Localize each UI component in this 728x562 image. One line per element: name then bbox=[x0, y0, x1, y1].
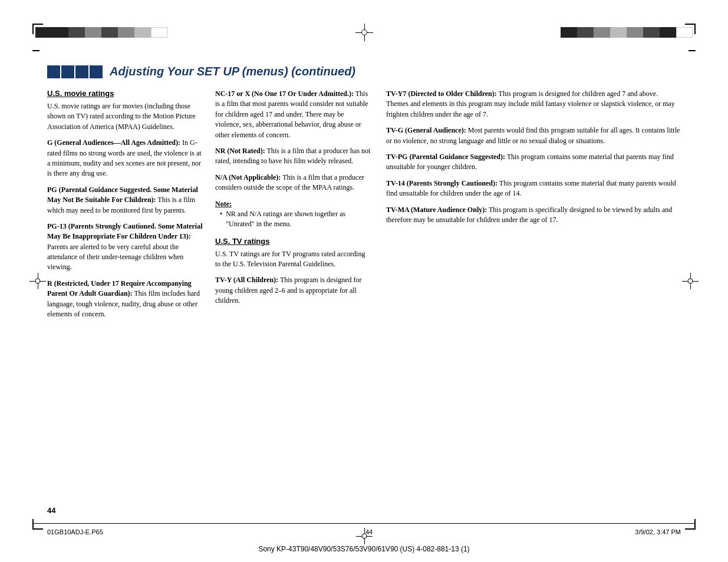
title-block-1 bbox=[47, 65, 60, 78]
rating-tvy7: TV-Y7 (Directed to Older Children): This… bbox=[386, 89, 681, 120]
corner-br bbox=[685, 519, 696, 530]
rating-tvg: TV-G (General Audience): Most parents wo… bbox=[386, 125, 681, 146]
title-block-3 bbox=[75, 65, 88, 78]
note-section: Note: • NR and N/A ratings are shown tog… bbox=[215, 199, 371, 230]
rating-r: R (Restricted, Under 17 Require Accompan… bbox=[47, 279, 203, 320]
rating-tv14-heading: TV-14 (Parents Strongly Cautioned): bbox=[386, 179, 498, 187]
rating-tvy-heading: TV-Y (All Children): bbox=[215, 276, 278, 284]
rating-pg: PG (Parental Guidance Suggested. Some Ma… bbox=[47, 185, 203, 216]
title-block-2 bbox=[61, 65, 74, 78]
bar-seg bbox=[577, 27, 594, 38]
bar-seg bbox=[594, 27, 610, 38]
rating-tvy7-heading: TV-Y7 (Directed to Older Children): bbox=[386, 90, 497, 98]
rating-tv14: TV-14 (Parents Strongly Cautioned): This… bbox=[386, 178, 681, 199]
bar-group-left bbox=[35, 27, 167, 38]
bar-seg bbox=[134, 27, 151, 38]
title-blocks bbox=[47, 65, 103, 78]
right-column: TV-Y7 (Directed to Older Children): This… bbox=[383, 89, 681, 325]
rating-nc17: NC-17 or X (No One 17 Or Under Admitted.… bbox=[215, 89, 371, 140]
rating-tvpg-heading: TV-PG (Parental Guidance Suggested): bbox=[386, 153, 505, 161]
bar-seg bbox=[660, 27, 676, 38]
bar-group-right bbox=[561, 27, 693, 38]
main-content: Adjusting Your SET UP (menus) (continued… bbox=[47, 65, 681, 503]
tv-intro: U.S. TV ratings are for TV programs rate… bbox=[215, 249, 371, 270]
page-container: Adjusting Your SET UP (menus) (continued… bbox=[0, 0, 728, 562]
bar-seg bbox=[610, 27, 627, 38]
rating-tvma-heading: TV-MA (Mature Audience Only): bbox=[386, 206, 487, 214]
bar-seg bbox=[643, 27, 660, 38]
top-bar bbox=[0, 24, 728, 41]
page-title: Adjusting Your SET UP (menus) (continued… bbox=[110, 65, 355, 78]
rating-nc17-heading: NC-17 or X (No One 17 Or Under Admitted.… bbox=[215, 90, 354, 98]
rating-pg13: PG-13 (Parents Strongly Cautioned. Some … bbox=[47, 222, 203, 273]
rating-tvy: TV-Y (All Children): This program is des… bbox=[215, 275, 371, 306]
note-text: NR and N/A ratings are shown together as… bbox=[226, 209, 371, 230]
bar-seg bbox=[101, 27, 118, 38]
footer-left: 01GB10ADJ-E.P65 bbox=[47, 528, 103, 535]
right-crosshair bbox=[682, 273, 699, 289]
bar-seg bbox=[68, 27, 85, 38]
page-number: 44 bbox=[47, 506, 55, 515]
bar-seg bbox=[52, 27, 68, 38]
bar-seg bbox=[561, 27, 577, 38]
rating-tvg-heading: TV-G (General Audience): bbox=[386, 126, 466, 134]
rating-na: N/A (Not Applicable): This is a film tha… bbox=[215, 173, 371, 193]
footer-product: Sony KP-43T90/48V90/53S76/53V90/61V90 (U… bbox=[0, 545, 728, 553]
footer-mid-right: 3/9/02, 3:47 PM bbox=[635, 528, 681, 535]
top-right-group bbox=[561, 27, 693, 38]
mid-column: NC-17 or X (No One 17 Or Under Admitted.… bbox=[215, 89, 383, 325]
us-movie-intro: U.S. movie ratings are for movies (inclu… bbox=[47, 101, 203, 132]
bar-seg bbox=[118, 27, 134, 38]
note-heading: Note: bbox=[215, 199, 371, 209]
rating-g: G (General Audiences—All Ages Admitted):… bbox=[47, 138, 203, 179]
title-block-4 bbox=[90, 65, 103, 78]
top-crosshair bbox=[355, 24, 373, 41]
rating-nr: NR (Not Rated): This is a film that a pr… bbox=[215, 146, 371, 167]
bar-seg bbox=[35, 27, 52, 38]
bottom-area: 44 01GB10ADJ-E.P65 44 3/9/02, 3:47 PM So… bbox=[0, 503, 728, 562]
us-movie-ratings-title: U.S. movie ratings bbox=[47, 89, 203, 98]
rating-pg13-heading: PG-13 (Parents Strongly Cautioned. Some … bbox=[47, 222, 203, 240]
rating-na-heading: N/A (Not Applicable): bbox=[215, 173, 281, 181]
left-side-mark bbox=[32, 50, 39, 51]
right-side-mark bbox=[689, 50, 696, 51]
bar-seg bbox=[676, 27, 693, 38]
title-section: Adjusting Your SET UP (menus) (continued… bbox=[47, 65, 681, 78]
note-bullet: • NR and N/A ratings are shown together … bbox=[220, 209, 371, 230]
corner-bl bbox=[32, 519, 43, 530]
content-area: U.S. movie ratings U.S. movie ratings ar… bbox=[47, 89, 681, 325]
bar-seg bbox=[85, 27, 101, 38]
rating-pg13-text: Parents are alerted to be very careful a… bbox=[47, 243, 183, 272]
bar-seg bbox=[151, 27, 167, 38]
bottom-line bbox=[32, 523, 696, 524]
bullet-dot: • bbox=[220, 209, 222, 230]
rating-g-heading: G (General Audiences—All Ages Admitted): bbox=[47, 138, 180, 147]
tv-ratings-section: U.S. TV ratings U.S. TV ratings are for … bbox=[215, 237, 371, 306]
rating-tvpg: TV-PG (Parental Guidance Suggested): Thi… bbox=[386, 152, 681, 173]
bottom-crosshair bbox=[356, 528, 373, 544]
top-left-group bbox=[35, 27, 167, 38]
bar-seg bbox=[627, 27, 643, 38]
us-tv-ratings-title: U.S. TV ratings bbox=[215, 237, 371, 246]
left-crosshair bbox=[29, 273, 46, 289]
rating-tvma: TV-MA (Mature Audience Only): This progr… bbox=[386, 205, 681, 226]
rating-nr-heading: NR (Not Rated): bbox=[215, 147, 265, 155]
left-column: U.S. movie ratings U.S. movie ratings ar… bbox=[47, 89, 215, 325]
